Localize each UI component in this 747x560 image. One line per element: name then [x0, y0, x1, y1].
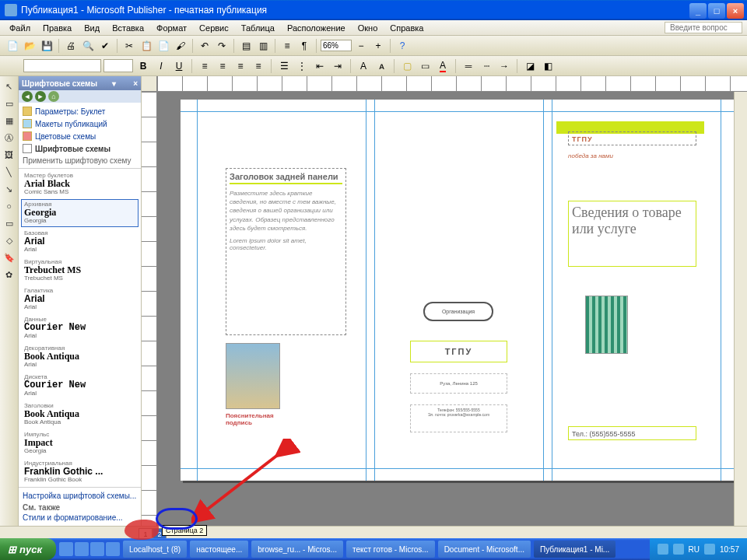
font-scheme-item[interactable]: ИндустриальнаяFranklin Gothic ...Frankli…: [21, 458, 139, 486]
scratch-area[interactable]: Заголовок задней панели Разместите здесь…: [157, 92, 747, 526]
undo-button[interactable]: ↶: [197, 38, 212, 54]
font-scheme-item[interactable]: ИмпульсImpactGeorgia: [21, 429, 139, 457]
task-layouts[interactable]: Макеты публикаций: [23, 117, 137, 130]
design-gallery-tool[interactable]: ✿: [2, 268, 16, 282]
ql-icon[interactable]: [75, 542, 89, 556]
nav-forward-button[interactable]: ►: [35, 91, 46, 102]
columns-button[interactable]: ≡: [279, 38, 295, 54]
special-chars-button[interactable]: ¶: [296, 38, 312, 54]
open-button[interactable]: 📂: [22, 38, 37, 54]
help-button[interactable]: ?: [395, 38, 410, 54]
back-image[interactable]: [226, 343, 280, 409]
bring-front-button[interactable]: ▤: [238, 38, 254, 54]
menu-table[interactable]: Таблица: [235, 22, 281, 34]
menu-tools[interactable]: Сервис: [193, 22, 235, 34]
task-options[interactable]: Параметры: Буклет: [23, 105, 137, 117]
shrink-font-button[interactable]: ᴀ: [374, 58, 389, 74]
decrease-indent-button[interactable]: ⇤: [312, 58, 328, 74]
arrow-tool[interactable]: ↘: [2, 182, 16, 196]
font-scheme-item[interactable]: БазоваяArialArial: [21, 228, 139, 256]
language-indicator[interactable]: RU: [689, 545, 700, 554]
paste-button[interactable]: 📄: [156, 38, 171, 54]
spellcheck-button[interactable]: ✔: [97, 38, 113, 54]
org-name-box[interactable]: ТГПУ: [410, 341, 507, 362]
underline-button[interactable]: U: [171, 58, 187, 74]
task-pane-dropdown[interactable]: ▾: [112, 79, 116, 88]
menu-help[interactable]: Справка: [384, 22, 430, 34]
menu-arrange[interactable]: Расположение: [281, 22, 352, 34]
numbering-button[interactable]: ☰: [276, 58, 292, 74]
vertical-ruler[interactable]: [142, 92, 157, 526]
line-tool[interactable]: ╲: [2, 165, 16, 179]
maximize-button[interactable]: □: [708, 3, 725, 19]
justify-button[interactable]: ≡: [251, 58, 266, 74]
menu-insert[interactable]: Вставка: [106, 22, 150, 34]
taskbar-task[interactable]: текст готов - Micros...: [346, 541, 435, 558]
vertical-scrollbar[interactable]: [734, 92, 747, 531]
guide[interactable]: [181, 111, 737, 112]
bold-button[interactable]: B: [135, 58, 151, 74]
format-painter-button[interactable]: 🖌: [173, 38, 188, 54]
print-button[interactable]: 🖨: [63, 38, 79, 54]
org-logo[interactable]: Организация: [423, 302, 493, 321]
ql-icon[interactable]: [59, 542, 73, 556]
grow-font-button[interactable]: A: [356, 58, 371, 74]
ql-icon[interactable]: [90, 542, 104, 556]
wordart-tool[interactable]: Ⓐ: [2, 131, 16, 145]
tray-icon[interactable]: [704, 544, 715, 555]
taskbar-task[interactable]: Localhost_t (8): [123, 541, 187, 558]
align-right-button[interactable]: ≡: [233, 58, 248, 74]
taskbar-task[interactable]: browse_ru... - Micros...: [251, 541, 343, 558]
tray-icon[interactable]: [673, 544, 684, 555]
font-scheme-list[interactable]: Мастер буклетовArial BlackComic Sans MSА…: [19, 168, 141, 487]
line-color-button[interactable]: ▭: [417, 58, 433, 74]
menu-edit[interactable]: Правка: [37, 22, 78, 34]
arrow-style-button[interactable]: →: [496, 58, 512, 74]
cut-button[interactable]: ✂: [121, 38, 137, 54]
guide[interactable]: [181, 468, 737, 469]
font-size-combo[interactable]: [103, 59, 133, 72]
close-button[interactable]: ×: [727, 3, 744, 19]
oval-tool[interactable]: ○: [2, 199, 16, 213]
image-caption[interactable]: Пояснительная подпись: [226, 412, 284, 426]
font-scheme-item[interactable]: АрхивнаяGeorgiaGeorgia: [21, 199, 139, 227]
copy-button[interactable]: 📋: [139, 38, 154, 54]
font-scheme-item[interactable]: ДекоративнаяBook AntiquaArial: [21, 343, 139, 371]
horizontal-ruler[interactable]: [157, 76, 747, 92]
send-back-button[interactable]: ▥: [255, 38, 271, 54]
rectangle-tool[interactable]: ▭: [2, 216, 16, 230]
menu-format[interactable]: Формат: [150, 22, 193, 34]
fill-color-button[interactable]: ▢: [399, 58, 415, 74]
bullets-button[interactable]: ⋮: [294, 58, 310, 74]
shadow-button[interactable]: ◪: [522, 58, 538, 74]
zoom-out-button[interactable]: −: [353, 38, 369, 54]
address-box[interactable]: Руза, Ленина 125: [410, 373, 507, 394]
start-button[interactable]: ⊞ пуск: [0, 538, 56, 560]
align-left-button[interactable]: ≡: [197, 58, 212, 74]
italic-button[interactable]: I: [153, 58, 169, 74]
zoom-in-button[interactable]: +: [370, 38, 386, 54]
custom-scheme-link[interactable]: Настройка шрифтовой схемы...: [23, 491, 137, 501]
styles-formatting-link[interactable]: Стили и форматирование...: [23, 513, 137, 523]
align-center-button[interactable]: ≡: [215, 58, 230, 74]
picture-tool[interactable]: 🖼: [2, 148, 16, 162]
save-button[interactable]: 💾: [39, 38, 54, 54]
menu-file[interactable]: Файл: [3, 22, 37, 34]
phone-box[interactable]: Телефон: 555/555-5555 Эл. почта: proverk…: [410, 404, 507, 432]
taskbar-task[interactable]: Document - Microsoft...: [438, 541, 531, 558]
taskbar-task-active[interactable]: Публикация1 - Mi...: [534, 541, 615, 558]
dash-style-button[interactable]: ┄: [479, 58, 494, 74]
clock[interactable]: 10:57: [720, 545, 739, 554]
pointer-tool[interactable]: ↖: [2, 79, 16, 93]
front-title[interactable]: Сведения о товаре или услуге: [568, 201, 696, 267]
redo-button[interactable]: ↷: [214, 38, 230, 54]
font-scheme-item[interactable]: ГалактикаArialArial: [21, 285, 139, 313]
bookmark-tool[interactable]: 🔖: [2, 250, 16, 264]
task-font-schemes[interactable]: Шрифтовые схемы: [23, 142, 137, 155]
textbox-tool[interactable]: ▭: [2, 96, 16, 110]
increase-indent-button[interactable]: ⇥: [330, 58, 345, 74]
nav-back-button[interactable]: ◄: [22, 91, 33, 102]
tray-icon[interactable]: [658, 544, 668, 555]
tel-box[interactable]: Тел.: (555)555-5555: [568, 426, 696, 440]
font-scheme-item[interactable]: ЗаголовкиBook AntiquaBook Antiqua: [21, 401, 139, 429]
